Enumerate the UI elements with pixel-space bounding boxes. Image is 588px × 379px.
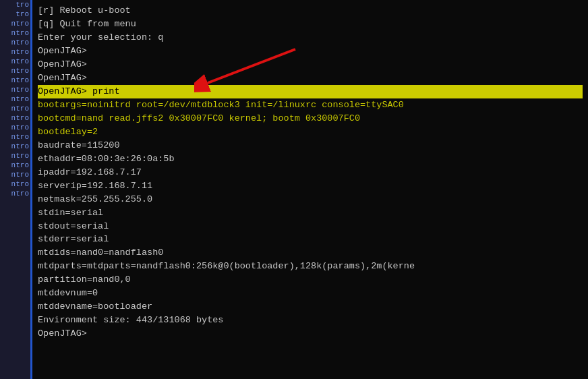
left-label: ntro [0,28,30,38]
left-label: ntro [0,161,30,170]
terminal-line: OpenJTAG> print [38,85,583,98]
terminal-line: bootargs=noinitrd root=/dev/mtdblock3 in… [38,98,583,112]
terminal-line: netmask=255.255.255.0 [38,193,583,206]
terminal-window: tro tro ntro ntro ntro ntro ntro ntro nt… [0,0,588,379]
terminal-line: stdout=serial [38,220,583,233]
terminal-line: mtdids=nand0=nandflash0 [38,246,583,260]
left-label: tro [0,9,30,19]
left-label: ntro [0,104,30,113]
left-label: ntro [0,66,30,76]
left-sidebar: tro tro ntro ntro ntro ntro ntro ntro nt… [0,0,32,379]
terminal-line: mtddevname=bootloader [38,300,583,314]
left-label: tro [0,0,30,9]
left-label: ntro [0,57,30,66]
left-label: ntro [0,19,30,28]
terminal-line: serverip=192.168.7.11 [38,179,583,193]
terminal-line: OpenJTAG> [38,327,583,341]
left-label: ntro [0,179,30,189]
terminal-line: mtdparts=mtdparts=nandflash0:256k@0(boot… [38,260,583,273]
left-label: ntro [0,94,30,104]
terminal-line: ipaddr=192.168.7.17 [38,166,583,179]
terminal-line: OpenJTAG> [38,71,583,85]
terminal-line: bootcmd=nand read.jffs2 0x30007FC0 kerne… [38,112,583,125]
left-label: ntro [0,113,30,123]
left-labels: tro tro ntro ntro ntro ntro ntro ntro nt… [0,0,30,198]
terminal-line: stdin=serial [38,206,583,220]
terminal-line: [r] Reboot u-boot [38,4,583,18]
left-label: ntro [0,142,30,151]
terminal-line: ethaddr=08:00:3e:26:0a:5b [38,152,583,166]
terminal-content[interactable]: [r] Reboot u-boot[q] Quit from menuEnter… [32,0,588,379]
terminal-line: baudrate=115200 [38,139,583,152]
left-label: ntro [0,47,30,57]
left-label: ntro [0,189,30,198]
terminal-line: [q] Quit from menu [38,18,583,31]
terminal-line: OpenJTAG> [38,58,583,71]
terminal-line: mtddevnum=0 [38,287,583,300]
left-label: ntro [0,151,30,161]
terminal-line: bootdelay=2 [38,125,583,139]
terminal-line: Enter your selection: q [38,31,583,45]
terminal-line: Environment size: 443/131068 bytes [38,314,583,327]
left-label: ntro [0,76,30,85]
left-label: ntro [0,38,30,47]
terminal-line: partition=nand0,0 [38,273,583,287]
left-label: ntro [0,170,30,179]
left-label: ntro [0,123,30,132]
terminal-line: OpenJTAG> [38,45,583,58]
terminal-line: stderr=serial [38,233,583,246]
left-label: ntro [0,85,30,94]
left-label: ntro [0,132,30,142]
